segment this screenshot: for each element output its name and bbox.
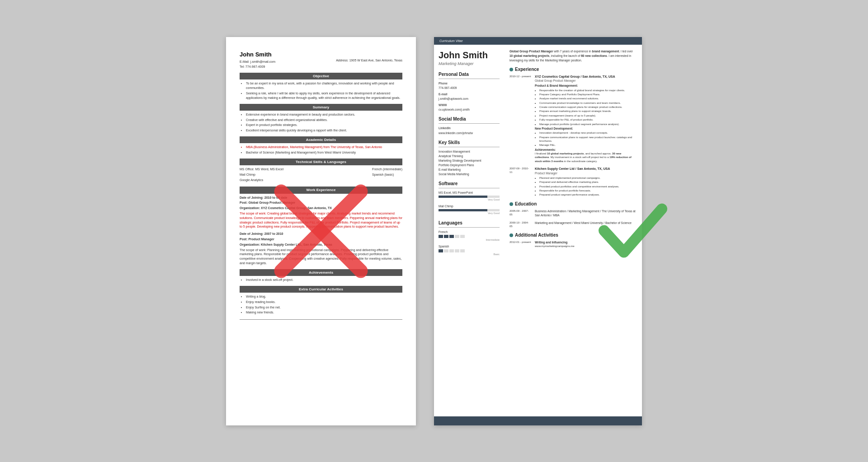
additional-detail: Writing and Influencing www.mymarketingc… <box>535 240 637 248</box>
lang-block <box>439 235 443 238</box>
lang-bar <box>439 235 500 238</box>
list-item: Seeking a role, where I will be able to … <box>246 91 402 100</box>
skill-level: Very Good <box>439 212 500 215</box>
left-resume-tel: Tel: 774-987-4009 <box>240 65 402 69</box>
work-org: Organization: XYZ Cosmetics Capital Grou… <box>240 206 402 210</box>
teal-dot-icon <box>509 233 513 237</box>
list-item: Project management (teams of up to 5 peo… <box>539 114 637 117</box>
left-objective-list: To be an expert in my area of work, with… <box>240 81 402 100</box>
exp-detail: XYZ Cosmetics Capital Group / San Antoni… <box>535 75 637 163</box>
lang-level: Basic <box>439 253 500 257</box>
exp-dates: 2007-09 - 2010-11 <box>509 167 531 197</box>
list-item: Communicate product knowledge to custome… <box>539 101 637 105</box>
resume-main: John Smith Marketing Manager Personal Da… <box>434 45 642 416</box>
left-academic-header: Academic Details <box>240 136 402 143</box>
skill-fill <box>439 196 487 198</box>
experience-title: Experience <box>515 66 539 73</box>
skill-item: Social Media Marketing <box>439 172 500 176</box>
list-item: Enjoy Surfing on the net. <box>246 305 402 310</box>
lang-block <box>460 249 465 252</box>
skill-item: Mail Chimp <box>240 173 283 177</box>
lang-block <box>455 235 459 238</box>
teal-dot-icon <box>509 202 513 206</box>
work-entry-2: Date of Joining: 2007 to 2010 Post: Prod… <box>240 232 402 266</box>
education-section-header: Education <box>509 201 637 207</box>
software-skill-2: Mail Chimp Very Good <box>439 204 500 215</box>
lang-level: Intermediate <box>439 238 500 242</box>
additional-entry-detail: www.mymarketingcampaigns.me <box>535 244 637 248</box>
list-item: Making new friends. <box>246 310 402 315</box>
software-section: Software MS Excel, MS PowerPoint Very Go… <box>439 181 500 215</box>
skill-item: MS Office: MS Word, MS Excel <box>240 167 283 172</box>
list-item: To be an expert in my area of work, with… <box>246 81 402 90</box>
work-post: Post: Global Group Product Manager <box>240 201 402 205</box>
work-entry-1: Date of Joining: 2010 to till date Post:… <box>240 196 402 229</box>
lang-block <box>449 235 454 238</box>
skill-item: Marketing Strategy Development <box>439 159 500 163</box>
left-resume-name: John Smith <box>240 51 402 59</box>
exp-entry-2: 2007-09 - 2010-11 Kitchen Supply Center … <box>509 167 637 197</box>
linkedin-value: www.linkedin.com/johnutw <box>439 131 500 135</box>
left-extra-header: Extra Curricular Activities <box>240 286 402 293</box>
exp-bullets: Responsible for the creation of global b… <box>535 89 637 126</box>
phone-label: Phone <box>439 81 500 85</box>
skill-item: Analytical Thinking <box>439 154 500 158</box>
key-skills-title: Key Skills <box>439 140 500 147</box>
lang-block <box>439 249 443 252</box>
additional-section-header: Additional Activities <box>509 232 637 238</box>
list-item: Create communication support plans for s… <box>539 105 637 109</box>
achievements-text: I finalized 10 global marketing projects… <box>535 152 637 163</box>
edu-dates: 2005-09 - 2007-05 <box>509 209 531 217</box>
skill-item: Portfolio Deployment Plans <box>439 163 500 167</box>
edu-dates: 2000-10 - 2004-05 <box>509 221 531 229</box>
edu-entry-1: 2005-09 - 2007-05 Business Administratio… <box>509 209 637 217</box>
list-item: Prepared and delivered effective marketi… <box>539 180 637 184</box>
additional-entry-title: Writing and Influencing <box>535 240 637 244</box>
sub-title: Product & Brand Management: <box>535 84 637 88</box>
list-item: Prepare Category and Portfolio Deploymen… <box>539 93 637 96</box>
lang-name: French <box>439 230 500 234</box>
list-item: Bachelor of Science (Marketing and Manag… <box>246 150 402 155</box>
list-item: Prepared product segment performance ana… <box>539 193 637 196</box>
left-objective-header: Objective <box>240 73 402 79</box>
right-resume: Curriculum Vitae John Smith Marketing Ma… <box>434 37 642 425</box>
work-joining: Date of Joining: 2010 to till date <box>240 196 402 200</box>
left-extra-list: Writing a blog. Enjoy reading books. Enj… <box>240 294 402 315</box>
www-value: cv.uptowork.com/j.smith <box>439 107 500 112</box>
list-item: Provided product portfolios and competit… <box>539 185 637 188</box>
list-item: Excellent interpersonal skills quickly d… <box>246 128 402 133</box>
lang-block <box>449 249 454 252</box>
exp-company: XYZ Cosmetics Capital Group / San Antoni… <box>535 75 637 79</box>
list-item: Prepare communication plans to support n… <box>539 135 637 143</box>
achievements-title: Achievements: <box>535 148 637 152</box>
phone-value: 774-987-4009 <box>439 86 500 90</box>
lang-block <box>460 235 465 238</box>
skill-level: Very Good <box>439 198 500 202</box>
left-column: John Smith Marketing Manager Personal Da… <box>434 45 504 416</box>
personal-data-title: Personal Data <box>439 71 500 79</box>
sub-title: New Product Development: <box>535 126 637 131</box>
left-achievements-list: Involved in a stock sell-off project. <box>240 278 402 282</box>
list-item: Responsible for product portfolio foreca… <box>539 189 637 192</box>
teal-dot-icon <box>509 68 513 71</box>
lang-name: Spanish <box>439 244 500 248</box>
exp-role: Product Manager <box>535 171 637 175</box>
left-technical-header: Technical Skills & Languages <box>240 159 402 165</box>
social-media-section: Social Media LinkedIn www.linkedin.com/j… <box>439 116 500 135</box>
language-2: Spanish Basic <box>439 244 500 257</box>
list-item: Creative with effective and efficient or… <box>246 118 402 122</box>
languages-section: Languages French Intermediate Spanish <box>439 220 500 257</box>
left-achievements-header: Achievements <box>240 269 402 276</box>
exp-bullets: Innovation development - develop new pro… <box>535 131 637 147</box>
www-label: WWW <box>439 103 500 107</box>
edu-detail: Marketing and Management / West Miami Un… <box>535 221 637 229</box>
lang-bar <box>439 249 500 252</box>
list-item: Innovation development - develop new pro… <box>539 131 637 135</box>
education-title: Education <box>515 201 537 207</box>
exp-entry-1: 2010-12 - present XYZ Cosmetics Capital … <box>509 75 637 163</box>
linkedin-label: LinkedIn <box>439 126 500 130</box>
left-skills-row: MS Office: MS Word, MS Excel Mail Chimp … <box>240 167 402 183</box>
skill-item: Spanish (basic) <box>372 173 402 177</box>
skill-item: Google Analytics <box>240 178 283 182</box>
email-label: E-mail <box>439 92 500 96</box>
